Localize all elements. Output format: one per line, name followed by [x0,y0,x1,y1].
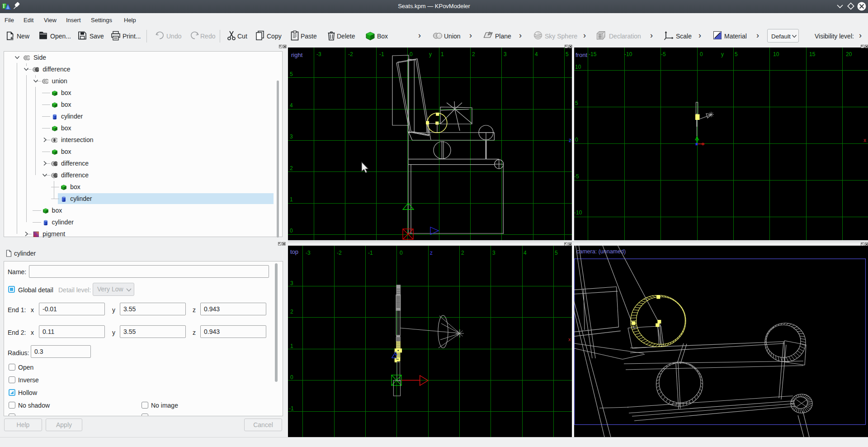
svg-text:-3: -3 [306,250,311,256]
svg-text:3: 3 [492,250,495,256]
svg-text:15: 15 [809,51,816,57]
svg-text:-10: -10 [624,51,632,57]
svg-text:-5: -5 [574,173,579,180]
svg-text:-1: -1 [368,250,373,256]
svg-text:y: y [429,51,432,57]
svg-text:front: front [576,52,587,58]
svg-text:2: 2 [461,250,464,256]
svg-text:-3: -3 [316,51,321,57]
svg-text:5: 5 [555,250,558,256]
svg-text:4: 4 [524,250,527,256]
svg-text:5: 5 [290,71,293,77]
svg-text:5: 5 [735,51,738,57]
svg-text:-2: -2 [348,51,353,57]
svg-text:z: z [569,137,571,143]
svg-text:3: 3 [290,280,293,286]
svg-text:1: 1 [290,343,293,349]
svg-text:0: 0 [290,228,293,234]
svg-text:5: 5 [575,100,578,106]
svg-text:3: 3 [504,51,507,57]
svg-text:1: 1 [441,51,444,57]
svg-text:-5: -5 [661,51,666,57]
svg-text:0: 0 [700,51,703,57]
svg-text:3: 3 [290,133,293,140]
svg-text:-10: -10 [574,209,582,216]
svg-text:0: 0 [290,374,293,380]
svg-text:-1: -1 [289,405,294,412]
svg-text:5: 5 [566,51,569,57]
svg-text:4: 4 [290,102,293,109]
svg-text:-15: -15 [589,51,597,57]
svg-text:camera: (unnamed): camera: (unnamed) [576,248,626,255]
svg-text:20: 20 [846,51,852,57]
svg-text:2: 2 [290,165,293,171]
svg-text:x: x [568,337,571,342]
svg-text:4: 4 [535,51,538,57]
svg-text:2: 2 [472,51,475,57]
svg-text:z: z [430,250,433,256]
svg-text:0: 0 [410,51,413,57]
svg-text:y: y [721,51,724,57]
svg-text:top: top [290,248,298,255]
svg-text:0: 0 [400,250,403,256]
svg-text:2: 2 [290,309,293,315]
svg-text:10: 10 [773,51,779,57]
svg-text:1: 1 [290,196,293,203]
svg-text:10: 10 [575,64,581,70]
svg-text:right: right [291,52,303,58]
svg-text:x: x [863,137,866,143]
svg-text:0: 0 [575,137,578,143]
svg-text:-1: -1 [379,51,384,57]
svg-text:-2: -2 [337,250,342,256]
